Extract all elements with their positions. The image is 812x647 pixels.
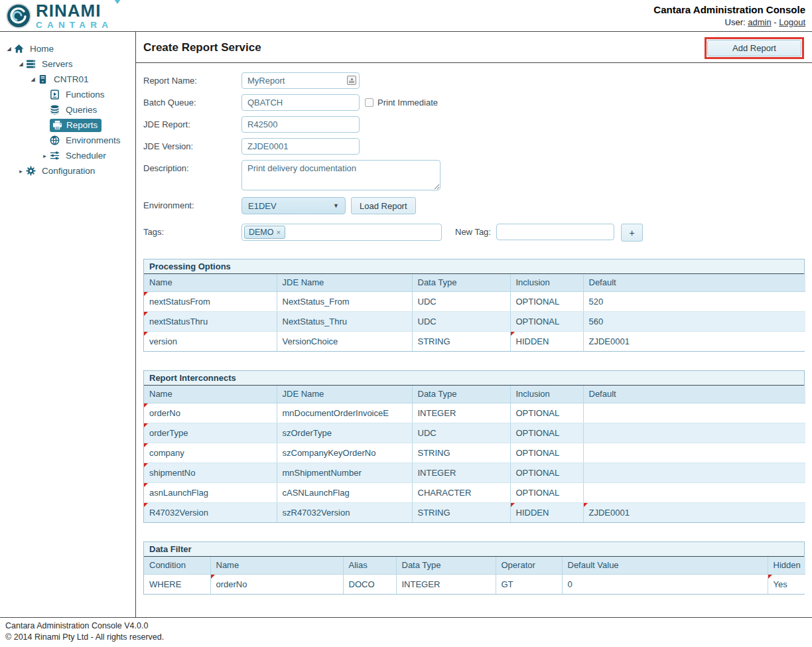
sidebar-item-servers[interactable]: ◢Servers (0, 56, 135, 72)
grid-row[interactable]: orderNomnDocumentOrderInvoiceEINTEGEROPT… (144, 403, 805, 423)
grid-row[interactable]: nextStatusFromNextStatus_FromUDCOPTIONAL… (144, 291, 805, 311)
grid-cell[interactable]: OPTIONAL (510, 311, 583, 331)
tags-container[interactable]: DEMO × (241, 224, 442, 241)
grid-cell[interactable]: szCompanyKeyOrderNo (277, 443, 412, 463)
grid-cell[interactable]: CHARACTER (412, 482, 510, 502)
grid-cell[interactable]: R47032Version (144, 502, 277, 522)
grid-cell[interactable]: nextStatusThru (144, 311, 277, 331)
sidebar-item-configuration[interactable]: ▸Configuration (0, 163, 135, 179)
new-tag-input[interactable] (496, 224, 614, 240)
grid-cell[interactable]: mnShipmentNumber (277, 463, 412, 482)
expand-arrow-icon[interactable]: ▸ (40, 153, 50, 159)
jde-version-input[interactable] (241, 138, 360, 155)
add-report-button[interactable]: Add Report (707, 40, 801, 56)
grid-header-row: NameJDE NameData TypeInclusionDefault (144, 274, 805, 291)
grid-cell[interactable]: GT (496, 574, 562, 594)
grid-row[interactable]: nextStatusThruNextStatus_ThruUDCOPTIONAL… (144, 311, 805, 331)
grid-cell[interactable]: OPTIONAL (510, 443, 583, 463)
sidebar-item-home[interactable]: ◢Home (0, 41, 135, 56)
grid-cell[interactable]: OPTIONAL (510, 403, 583, 423)
grid-cell[interactable] (583, 443, 805, 463)
grid-row[interactable]: orderTypeszOrderTypeUDCOPTIONAL (144, 423, 805, 443)
grid-cell[interactable]: WHERE (144, 574, 210, 594)
tag-chip[interactable]: DEMO × (244, 226, 285, 239)
sidebar-item-reports[interactable]: Reports (0, 117, 135, 133)
sidebar-item-scheduler[interactable]: ▸Scheduler (0, 148, 135, 163)
grid-row[interactable]: asnLaunchFlagcASNLaunchFlagCHARACTEROPTI… (144, 482, 805, 502)
grid-cell[interactable]: UDC (412, 311, 510, 331)
grid-cell[interactable]: 560 (583, 311, 805, 331)
grid-cell[interactable] (583, 403, 805, 423)
collapse-arrow-icon[interactable]: ◢ (16, 61, 26, 67)
grid-cell[interactable]: INTEGER (412, 403, 510, 423)
logout-link[interactable]: Logout (779, 17, 805, 27)
report-name-input[interactable] (241, 72, 360, 89)
selected-item-pill[interactable]: Reports (50, 119, 102, 132)
sidebar-item-label: Servers (39, 58, 76, 70)
load-report-button[interactable]: Load Report (351, 197, 416, 214)
grid-cell[interactable]: STRING (412, 502, 510, 522)
grid-cell[interactable]: szR47032Version (277, 502, 412, 522)
print-immediate-checkbox[interactable] (365, 98, 373, 107)
grid-cell[interactable]: 520 (583, 291, 805, 311)
sidebar-item-queries[interactable]: Queries (0, 102, 135, 117)
grid-cell[interactable]: INTEGER (412, 463, 510, 482)
autofill-icon[interactable] (347, 76, 356, 85)
grid-cell[interactable]: STRING (412, 443, 510, 463)
grid-cell[interactable]: szOrderType (277, 423, 412, 443)
tag-remove-icon[interactable]: × (277, 228, 281, 236)
user-link[interactable]: admin (748, 17, 771, 27)
grid-cell[interactable]: orderNo (144, 403, 277, 423)
collapse-arrow-icon[interactable]: ◢ (4, 46, 14, 52)
environment-select[interactable]: E1DEV ▼ (241, 197, 346, 214)
grid-cell[interactable]: asnLaunchFlag (144, 482, 277, 502)
grid-cell[interactable]: INTEGER (396, 574, 496, 594)
grid-cell[interactable] (583, 482, 805, 502)
description-textarea[interactable]: Print delivery documentation (241, 160, 440, 190)
grid-row[interactable]: R47032VersionszR47032VersionSTRINGHIDDEN… (144, 502, 805, 522)
sidebar-item-functions[interactable]: Functions (0, 87, 135, 102)
grid-row[interactable]: companyszCompanyKeyOrderNoSTRINGOPTIONAL (144, 443, 805, 463)
collapse-arrow-icon[interactable]: ◢ (28, 76, 38, 82)
batch-queue-input[interactable] (241, 94, 360, 111)
grid-cell[interactable]: NextStatus_From (277, 291, 412, 311)
grid-cell[interactable]: OPTIONAL (510, 291, 583, 311)
sidebar-item-cntr01[interactable]: ◢CNTR01 (0, 72, 135, 87)
grid-cell[interactable]: OPTIONAL (510, 482, 583, 502)
grid-cell[interactable]: ZJDE0001 (583, 502, 805, 522)
reports-icon (52, 120, 64, 131)
grid-cell[interactable] (583, 423, 805, 443)
add-tag-button[interactable]: + (621, 224, 643, 242)
grid-cell[interactable]: 0 (562, 574, 768, 594)
grid-cell[interactable]: NextStatus_Thru (277, 311, 412, 331)
grid-cell[interactable]: UDC (412, 291, 510, 311)
sidebar-item-label: Scheduler (63, 150, 109, 161)
grid-cell[interactable]: OPTIONAL (510, 423, 583, 443)
grid-cell[interactable]: orderType (144, 423, 277, 443)
expand-arrow-icon[interactable]: ▸ (16, 168, 26, 175)
sidebar-item-environments[interactable]: Environments (0, 133, 135, 148)
grid-cell[interactable]: DOCO (343, 574, 396, 594)
grid-cell[interactable]: cASNLaunchFlag (277, 482, 412, 502)
grid-cell[interactable]: mnDocumentOrderInvoiceE (277, 403, 412, 423)
grid-cell[interactable]: orderNo (210, 574, 343, 594)
grid-row[interactable]: versionVersionChoiceSTRINGHIDDENZJDE0001 (144, 331, 805, 351)
grid-cell[interactable]: ZJDE0001 (583, 331, 805, 351)
grid-cell[interactable]: UDC (412, 423, 510, 443)
logo[interactable]: RINAMI CANTARA (5, 2, 113, 30)
grid-cell[interactable]: nextStatusFrom (144, 291, 277, 311)
grid-cell[interactable]: Yes (768, 574, 805, 594)
grid-cell[interactable]: STRING (412, 331, 510, 351)
grid-cell[interactable]: HIDDEN (510, 331, 583, 351)
grid-cell[interactable]: shipmentNo (144, 463, 277, 482)
grid-row[interactable]: WHEREorderNoDOCOINTEGERGT0Yes (144, 574, 805, 594)
jde-report-input[interactable] (241, 116, 360, 133)
grid-cell[interactable]: OPTIONAL (510, 463, 583, 482)
grid-cell[interactable]: VersionChoice (277, 331, 412, 351)
footer-copyright: © 2014 Rinami Pty Ltd - All rights reser… (5, 632, 812, 643)
grid-cell[interactable]: version (144, 331, 277, 351)
grid-cell[interactable] (583, 463, 805, 482)
grid-cell[interactable]: HIDDEN (510, 502, 583, 522)
grid-row[interactable]: shipmentNomnShipmentNumberINTEGEROPTIONA… (144, 463, 805, 482)
grid-cell[interactable]: company (144, 443, 277, 463)
